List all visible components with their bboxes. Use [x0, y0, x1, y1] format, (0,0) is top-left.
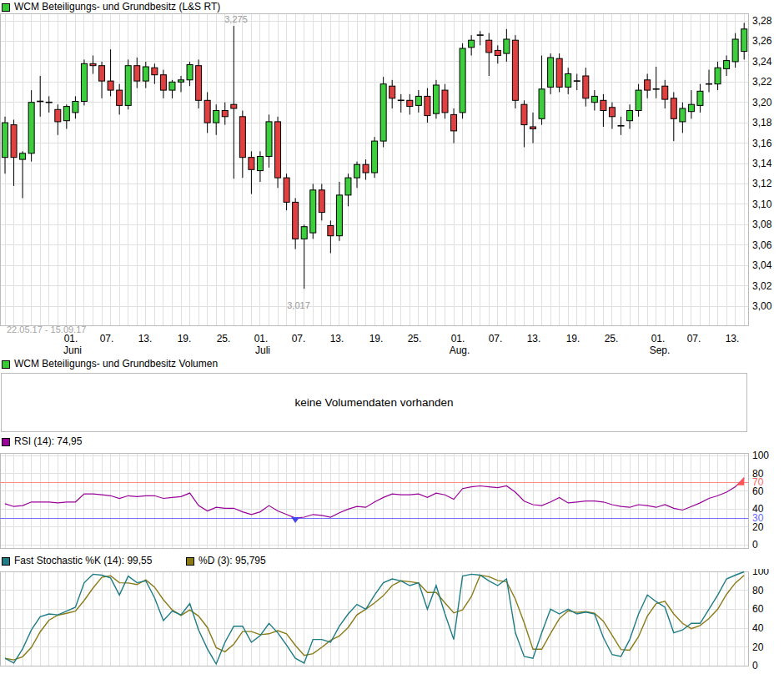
candle-body — [214, 111, 219, 123]
candle-body — [530, 127, 536, 129]
date-tick-day: 01. — [451, 333, 465, 345]
candle-body — [380, 84, 386, 141]
stochastic-d-label: %D (3): 95,795 — [199, 556, 266, 566]
candle-body — [583, 76, 589, 98]
candle-body — [275, 122, 281, 178]
candle-body — [688, 104, 694, 112]
price-tick-label: 3,24 — [752, 56, 772, 68]
candle-doji-dash — [398, 100, 405, 102]
candle-body — [11, 125, 17, 158]
rsi-legend-label: RSI (14): 74,95 — [14, 436, 82, 447]
candle-body — [591, 96, 597, 102]
candle-body — [407, 100, 413, 106]
candle-body — [3, 123, 8, 158]
price-tick-label: 3,26 — [752, 35, 772, 47]
candle-body — [196, 66, 202, 101]
stoch-axis-labels: 100806040200 — [752, 569, 769, 670]
price-tick-label: 3,10 — [752, 199, 772, 210]
candle-body — [63, 107, 69, 121]
candle-body — [662, 86, 668, 99]
price-tick-label: 3,06 — [752, 239, 772, 251]
candle-body — [81, 63, 87, 101]
candle-body — [310, 190, 316, 233]
price-tick-label: 3,22 — [752, 76, 772, 88]
candle-body — [231, 104, 237, 108]
candle-body — [73, 102, 78, 113]
date-tick-month: Sep. — [650, 345, 671, 356]
candle-body — [636, 90, 641, 110]
rsi-axis-labels: 1008070604030200 — [752, 450, 769, 551]
candle-body — [372, 141, 378, 173]
date-tick-day: 07. — [489, 333, 503, 345]
price-tick-label: 3,28 — [752, 15, 772, 27]
candle-body — [99, 66, 105, 81]
rsi-tick-label: 0 — [752, 539, 758, 551]
date-tick-month: Juni — [63, 345, 82, 356]
candle-body — [169, 82, 175, 90]
price-tick-label: 3,00 — [752, 300, 772, 312]
stoch-tick-label: 20 — [752, 641, 764, 653]
candle-doji-dash — [37, 101, 43, 103]
date-tick-day: 25. — [605, 333, 619, 345]
stochastic-chart-canvas[interactable]: 100806040200 — [0, 569, 784, 670]
candle-body — [601, 100, 606, 110]
candle-body — [469, 40, 475, 48]
candle-body — [160, 75, 166, 90]
date-tick-day: 13. — [527, 333, 541, 345]
candle-body — [609, 108, 615, 117]
candle-body — [28, 103, 34, 153]
stoch-tick-label: 0 — [752, 660, 758, 670]
no-volume-message: keine Volumendaten vorhanden — [295, 396, 454, 409]
candle-body — [556, 58, 562, 87]
volume-panel: keine Volumendaten vorhanden — [1, 373, 747, 432]
price-series-square-icon — [2, 3, 10, 12]
candle-doji-dash — [46, 102, 53, 103]
stochastic-legend: Fast Stochastic %K (14): 99,55 %D (3): 9… — [2, 556, 152, 566]
grid-lines — [5, 453, 744, 548]
candle-body — [90, 63, 96, 65]
stochastic-k-label: Fast Stochastic %K (14): 99,55 — [14, 556, 152, 566]
candle-body — [460, 48, 465, 113]
candle-body — [539, 89, 545, 119]
date-tick-day: 13. — [138, 333, 153, 345]
candle-body — [55, 109, 61, 122]
candle-body — [20, 153, 26, 159]
candle-body — [697, 91, 703, 105]
candle-body — [425, 96, 430, 115]
stochastic-d-legend-item: %D (3): 95,795 — [186, 556, 266, 566]
price-chart-canvas[interactable]: 3,283,263,243,223,203,183,163,143,123,10… — [0, 12, 784, 357]
date-tick-day: 07. — [687, 333, 701, 345]
candle-body — [125, 66, 131, 106]
candle-body — [266, 122, 272, 157]
candle-body — [152, 68, 158, 75]
candle-body — [671, 98, 676, 119]
candle-body — [433, 85, 439, 113]
date-tick-day: 13. — [330, 333, 344, 345]
price-tick-label: 3,16 — [752, 138, 772, 149]
stoch-tick-label: 60 — [752, 603, 764, 615]
price-axis-labels: 3,283,263,243,223,203,183,163,143,123,10… — [752, 15, 772, 312]
candle-body — [645, 80, 651, 90]
rsi-series-square-icon — [2, 438, 10, 446]
price-tick-label: 3,02 — [752, 280, 772, 292]
candle-doji-dash — [706, 83, 712, 85]
date-tick-day: 07. — [292, 333, 306, 345]
period-low-label: 3,017 — [287, 300, 310, 310]
date-tick-day: 07. — [100, 333, 114, 345]
date-tick-day: 01. — [651, 333, 666, 345]
rsi-tick-label: 60 — [752, 485, 764, 497]
candle-body — [486, 40, 492, 53]
candle-body — [249, 158, 254, 170]
volume-series-square-icon — [2, 360, 10, 369]
date-tick-day: 25. — [408, 333, 422, 345]
stoch-grid-lines — [0, 571, 748, 666]
candle-body — [442, 90, 448, 113]
candle-body — [204, 100, 210, 123]
candle-body — [239, 117, 245, 158]
price-tick-label: 3,18 — [752, 117, 772, 128]
rsi-chart-canvas[interactable]: 1008070604030200 — [0, 448, 784, 551]
candle-body — [548, 58, 554, 87]
stoch-tick-label: 80 — [752, 585, 764, 596]
rsi-grid-lines — [0, 455, 748, 545]
candle-body — [504, 39, 510, 53]
